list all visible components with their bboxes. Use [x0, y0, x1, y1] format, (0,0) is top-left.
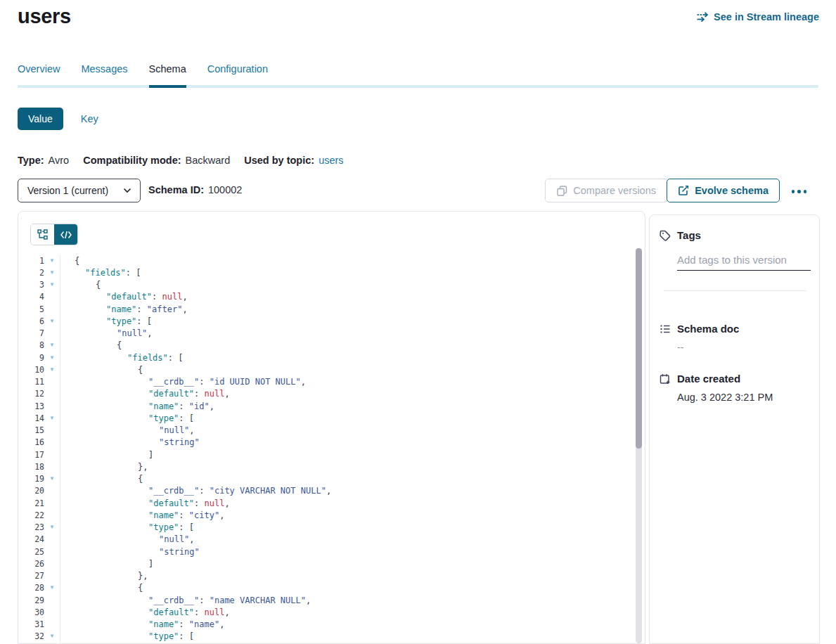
line-number: 5: [18, 304, 44, 314]
code-line: 3▼{: [18, 279, 645, 291]
code-line: 32▼"type": [: [18, 631, 645, 643]
code-text: ]: [60, 450, 153, 460]
ellipsis-dot: [804, 190, 807, 193]
meta-compatibility-mode: Compatibility mode: Backward: [83, 155, 230, 166]
fold-toggle-icon[interactable]: ▼: [44, 258, 60, 264]
tab-messages[interactable]: Messages: [81, 63, 127, 85]
compare-versions-label: Compare versions: [573, 185, 656, 196]
tree-view-toggle[interactable]: [31, 224, 54, 245]
lineage-link-label: See in Stream lineage: [714, 11, 819, 22]
date-created-section-header: Date created: [660, 373, 809, 385]
date-created-title: Date created: [677, 373, 740, 385]
list-icon: [660, 323, 671, 335]
code-line: 5"name": "after",: [18, 303, 645, 315]
fold-toggle-icon[interactable]: ▼: [44, 270, 60, 276]
line-number: 14: [18, 413, 44, 423]
meta-topic-label: Used by topic:: [244, 155, 314, 166]
line-number: 7: [18, 328, 44, 338]
code-line: 11"__crdb__": "id UUID NOT NULL",: [18, 376, 645, 388]
line-number: 27: [18, 571, 44, 581]
code-text: "fields": [: [60, 268, 141, 278]
line-number: 17: [18, 450, 44, 460]
meta-topic-link[interactable]: users: [319, 155, 343, 166]
code-text: "__crdb__": "city VARCHAR NOT NULL",: [60, 486, 331, 496]
code-text: "default": null,: [60, 607, 230, 617]
tree-view-icon: [37, 229, 48, 240]
code-line: 6▼"type": [: [18, 315, 645, 327]
meta-compatibility-label: Compatibility mode:: [83, 155, 181, 166]
code-line: 17]: [18, 449, 645, 461]
tags-section-header: Tags: [660, 229, 809, 241]
code-text: "null",: [60, 534, 195, 544]
code-text: },: [60, 462, 148, 472]
meta-type-label: Type:: [18, 155, 44, 166]
tab-schema[interactable]: Schema: [149, 63, 186, 85]
code-line: 28▼{: [18, 582, 645, 594]
fold-toggle-icon[interactable]: ▼: [44, 585, 60, 591]
code-view-icon: [60, 231, 72, 239]
key-tab-link[interactable]: Key: [81, 113, 98, 124]
vertical-scrollbar[interactable]: [636, 248, 642, 643]
tab-overview[interactable]: Overview: [18, 63, 60, 85]
fold-toggle-icon[interactable]: ▼: [44, 318, 60, 324]
code-view-toggle[interactable]: [54, 224, 77, 245]
line-number: 10: [18, 365, 44, 375]
fold-toggle-icon[interactable]: ▼: [44, 355, 60, 361]
add-tags-input[interactable]: [677, 252, 811, 271]
fold-toggle-icon[interactable]: ▼: [44, 367, 60, 373]
compare-icon: [557, 186, 567, 196]
schema-page: users See in Stream lineage Overview Mes…: [0, 0, 836, 644]
code-line: 13"name": "id",: [18, 400, 645, 412]
schema-id: Schema ID: 100002: [148, 184, 242, 195]
fold-toggle-icon[interactable]: ▼: [44, 476, 60, 482]
tag-icon: [660, 230, 671, 241]
code-editor[interactable]: 1▼{2▼"fields": [3▼{4"default": null,5"na…: [18, 255, 645, 643]
code-line: 22"name": "city",: [18, 509, 645, 521]
line-number: 25: [18, 547, 44, 557]
stream-lineage-icon: [697, 12, 709, 22]
fold-toggle-icon[interactable]: ▼: [44, 282, 60, 288]
code-text: "__crdb__": "name VARCHAR NULL",: [60, 595, 311, 605]
line-number: 29: [18, 595, 44, 605]
code-text: {: [60, 256, 79, 266]
evolve-schema-label: Evolve schema: [695, 185, 769, 196]
value-tab-button[interactable]: Value: [18, 108, 63, 130]
code-line: 2▼"fields": [: [18, 266, 645, 278]
scrollbar-thumb[interactable]: [636, 248, 642, 449]
code-line: 30"default": null,: [18, 606, 645, 618]
line-number: 21: [18, 498, 44, 508]
more-options-button[interactable]: [789, 187, 810, 196]
line-number: 24: [18, 534, 44, 544]
fold-toggle-icon[interactable]: ▼: [44, 416, 60, 421]
code-line: 19▼{: [18, 473, 645, 485]
version-select[interactable]: Version 1 (current): [18, 179, 141, 202]
code-text: "string": [60, 547, 200, 557]
fold-toggle-icon[interactable]: ▼: [44, 342, 60, 348]
code-line: 9▼"fields": [: [18, 352, 645, 363]
evolve-schema-button[interactable]: Evolve schema: [667, 179, 780, 202]
code-line: 26]: [18, 558, 645, 569]
chevron-down-icon: [123, 188, 131, 193]
sidebar-divider: [664, 290, 806, 291]
code-text: "default": null,: [60, 389, 230, 399]
fold-toggle-icon[interactable]: ▼: [44, 633, 60, 639]
line-number: 15: [18, 425, 44, 435]
code-text: "fields": [: [60, 353, 183, 363]
code-text: "null",: [60, 328, 153, 338]
version-select-value: Version 1 (current): [27, 185, 108, 196]
code-text: "name": "name",: [60, 619, 224, 629]
see-in-stream-lineage-link[interactable]: See in Stream lineage: [697, 11, 819, 22]
schema-doc-value: --: [677, 342, 809, 353]
code-line: 1▼{: [18, 255, 645, 266]
line-number: 3: [18, 280, 44, 290]
code-line: 23▼"type": [: [18, 522, 645, 534]
code-text: ]: [60, 559, 153, 569]
tab-configuration[interactable]: Configuration: [207, 63, 268, 85]
schema-code-panel: 1▼{2▼"fields": [3▼{4"default": null,5"na…: [18, 211, 645, 644]
code-line: 18},: [18, 461, 645, 472]
fold-toggle-icon[interactable]: ▼: [44, 524, 60, 530]
date-created-value: Aug. 3 2022 3:21 PM: [677, 392, 809, 403]
line-number: 26: [18, 559, 44, 569]
compare-versions-button[interactable]: Compare versions: [545, 179, 668, 202]
line-number: 19: [18, 474, 44, 484]
